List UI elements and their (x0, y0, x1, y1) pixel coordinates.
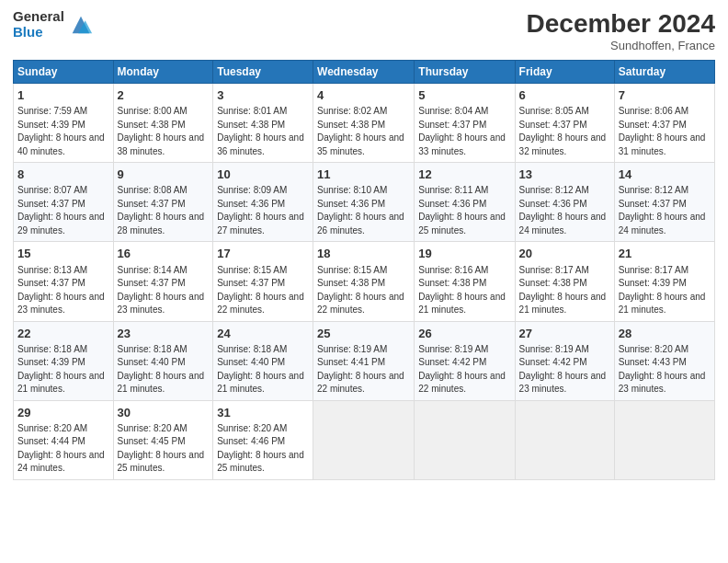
calendar-cell: 17Sunrise: 8:15 AM Sunset: 4:37 PM Dayli… (213, 242, 313, 321)
day-number: 7 (619, 87, 711, 104)
day-number: 31 (217, 405, 309, 421)
header-day-sunday: Sunday (14, 61, 114, 84)
day-number: 10 (217, 167, 309, 183)
calendar-cell: 2Sunrise: 8:00 AM Sunset: 4:38 PM Daylig… (113, 84, 213, 163)
calendar-cell: 21Sunrise: 8:17 AM Sunset: 4:39 PM Dayli… (614, 242, 714, 321)
day-number: 30 (118, 405, 210, 421)
calendar-cell: 20Sunrise: 8:17 AM Sunset: 4:38 PM Dayli… (515, 242, 614, 321)
day-number: 26 (418, 326, 510, 342)
calendar-cell: 6Sunrise: 8:05 AM Sunset: 4:37 PM Daylig… (515, 84, 614, 163)
logo-icon (68, 12, 94, 38)
calendar-cell: 1Sunrise: 7:59 AM Sunset: 4:39 PM Daylig… (14, 84, 114, 163)
day-number: 29 (17, 405, 109, 421)
day-number: 2 (118, 87, 210, 104)
day-number: 16 (118, 246, 210, 262)
day-number: 24 (217, 326, 309, 342)
day-number: 22 (17, 326, 109, 342)
day-number: 13 (519, 167, 610, 183)
day-number: 21 (619, 246, 711, 262)
header-day-tuesday: Tuesday (213, 61, 313, 84)
cell-text: Sunrise: 8:00 AM Sunset: 4:38 PM Dayligh… (118, 105, 210, 158)
calendar-cell: 4Sunrise: 8:02 AM Sunset: 4:38 PM Daylig… (313, 84, 415, 163)
day-number: 6 (519, 87, 610, 104)
location-subtitle: Sundhoffen, France (527, 39, 715, 52)
cell-text: Sunrise: 8:20 AM Sunset: 4:44 PM Dayligh… (17, 422, 109, 476)
logo-text: General Blue (13, 9, 64, 40)
calendar-cell: 3Sunrise: 8:01 AM Sunset: 4:38 PM Daylig… (213, 84, 313, 163)
calendar-header: SundayMondayTuesdayWednesdayThursdayFrid… (14, 61, 715, 84)
calendar-container: General Blue December 2024 Sundhoffen, F… (0, 0, 728, 488)
cell-text: Sunrise: 8:15 AM Sunset: 4:37 PM Dayligh… (217, 264, 309, 317)
cell-text: Sunrise: 8:02 AM Sunset: 4:38 PM Dayligh… (317, 105, 410, 158)
day-number: 4 (317, 87, 410, 104)
calendar-cell: 28Sunrise: 8:20 AM Sunset: 4:43 PM Dayli… (614, 321, 714, 400)
calendar-cell (614, 400, 714, 479)
cell-text: Sunrise: 8:20 AM Sunset: 4:46 PM Dayligh… (217, 422, 309, 476)
logo-blue: Blue (13, 25, 64, 40)
calendar-cell (415, 400, 515, 479)
cell-text: Sunrise: 8:19 AM Sunset: 4:41 PM Dayligh… (317, 343, 410, 396)
month-title: December 2024 (527, 9, 715, 39)
day-number: 14 (619, 167, 711, 183)
day-number: 18 (317, 246, 410, 262)
cell-text: Sunrise: 8:16 AM Sunset: 4:38 PM Dayligh… (418, 264, 510, 317)
calendar-cell: 30Sunrise: 8:20 AM Sunset: 4:45 PM Dayli… (113, 400, 213, 479)
cell-text: Sunrise: 8:14 AM Sunset: 4:37 PM Dayligh… (118, 264, 210, 317)
calendar-cell (515, 400, 614, 479)
calendar-cell: 7Sunrise: 8:06 AM Sunset: 4:37 PM Daylig… (614, 84, 714, 163)
day-number: 3 (217, 87, 309, 104)
cell-text: Sunrise: 8:20 AM Sunset: 4:45 PM Dayligh… (118, 422, 210, 476)
calendar-cell: 25Sunrise: 8:19 AM Sunset: 4:41 PM Dayli… (313, 321, 415, 400)
calendar-cell: 27Sunrise: 8:19 AM Sunset: 4:42 PM Dayli… (515, 321, 614, 400)
cell-text: Sunrise: 8:09 AM Sunset: 4:36 PM Dayligh… (217, 184, 309, 237)
cell-text: Sunrise: 8:10 AM Sunset: 4:36 PM Dayligh… (317, 184, 410, 237)
header-day-wednesday: Wednesday (313, 61, 415, 84)
calendar-cell: 19Sunrise: 8:16 AM Sunset: 4:38 PM Dayli… (415, 242, 515, 321)
calendar-week-1: 1Sunrise: 7:59 AM Sunset: 4:39 PM Daylig… (14, 84, 715, 163)
calendar-cell: 18Sunrise: 8:15 AM Sunset: 4:38 PM Dayli… (313, 242, 415, 321)
header-row: SundayMondayTuesdayWednesdayThursdayFrid… (14, 61, 715, 84)
day-number: 8 (17, 167, 109, 183)
cell-text: Sunrise: 8:19 AM Sunset: 4:42 PM Dayligh… (418, 343, 510, 396)
cell-text: Sunrise: 8:17 AM Sunset: 4:39 PM Dayligh… (619, 264, 711, 317)
day-number: 9 (118, 167, 210, 183)
calendar-cell: 9Sunrise: 8:08 AM Sunset: 4:37 PM Daylig… (113, 163, 213, 242)
cell-text: Sunrise: 8:12 AM Sunset: 4:36 PM Dayligh… (519, 184, 610, 237)
cell-text: Sunrise: 8:06 AM Sunset: 4:37 PM Dayligh… (619, 105, 711, 158)
day-number: 5 (418, 87, 510, 104)
cell-text: Sunrise: 8:12 AM Sunset: 4:37 PM Dayligh… (619, 184, 711, 237)
calendar-week-2: 8Sunrise: 8:07 AM Sunset: 4:37 PM Daylig… (14, 163, 715, 242)
logo-general: General (13, 9, 64, 25)
calendar-cell: 5Sunrise: 8:04 AM Sunset: 4:37 PM Daylig… (415, 84, 515, 163)
day-number: 11 (317, 167, 410, 183)
day-number: 20 (519, 246, 610, 262)
calendar-cell: 26Sunrise: 8:19 AM Sunset: 4:42 PM Dayli… (415, 321, 515, 400)
calendar-week-4: 22Sunrise: 8:18 AM Sunset: 4:39 PM Dayli… (14, 321, 715, 400)
day-number: 28 (619, 326, 711, 342)
calendar-cell: 24Sunrise: 8:18 AM Sunset: 4:40 PM Dayli… (213, 321, 313, 400)
calendar-cell: 23Sunrise: 8:18 AM Sunset: 4:40 PM Dayli… (113, 321, 213, 400)
header-day-monday: Monday (113, 61, 213, 84)
cell-text: Sunrise: 8:05 AM Sunset: 4:37 PM Dayligh… (519, 105, 610, 158)
cell-text: Sunrise: 8:19 AM Sunset: 4:42 PM Dayligh… (519, 343, 610, 396)
cell-text: Sunrise: 8:18 AM Sunset: 4:40 PM Dayligh… (118, 343, 210, 396)
calendar-cell: 31Sunrise: 8:20 AM Sunset: 4:46 PM Dayli… (213, 400, 313, 479)
calendar-cell: 22Sunrise: 8:18 AM Sunset: 4:39 PM Dayli… (14, 321, 114, 400)
cell-text: Sunrise: 8:07 AM Sunset: 4:37 PM Dayligh… (17, 184, 109, 237)
cell-text: Sunrise: 8:01 AM Sunset: 4:38 PM Dayligh… (217, 105, 309, 158)
calendar-week-3: 15Sunrise: 8:13 AM Sunset: 4:37 PM Dayli… (14, 242, 715, 321)
cell-text: Sunrise: 8:13 AM Sunset: 4:37 PM Dayligh… (17, 264, 109, 317)
calendar-cell: 12Sunrise: 8:11 AM Sunset: 4:36 PM Dayli… (415, 163, 515, 242)
calendar-cell: 8Sunrise: 8:07 AM Sunset: 4:37 PM Daylig… (14, 163, 114, 242)
title-section: December 2024 Sundhoffen, France (527, 9, 715, 52)
cell-text: Sunrise: 8:17 AM Sunset: 4:38 PM Dayligh… (519, 264, 610, 317)
calendar-cell: 10Sunrise: 8:09 AM Sunset: 4:36 PM Dayli… (213, 163, 313, 242)
cell-text: Sunrise: 8:11 AM Sunset: 4:36 PM Dayligh… (418, 184, 510, 237)
day-number: 1 (17, 87, 109, 104)
cell-text: Sunrise: 8:04 AM Sunset: 4:37 PM Dayligh… (418, 105, 510, 158)
calendar-cell: 16Sunrise: 8:14 AM Sunset: 4:37 PM Dayli… (113, 242, 213, 321)
cell-text: Sunrise: 8:15 AM Sunset: 4:38 PM Dayligh… (317, 264, 410, 317)
logo: General Blue (13, 9, 94, 40)
header: General Blue December 2024 Sundhoffen, F… (13, 9, 715, 52)
cell-text: Sunrise: 8:20 AM Sunset: 4:43 PM Dayligh… (619, 343, 711, 396)
